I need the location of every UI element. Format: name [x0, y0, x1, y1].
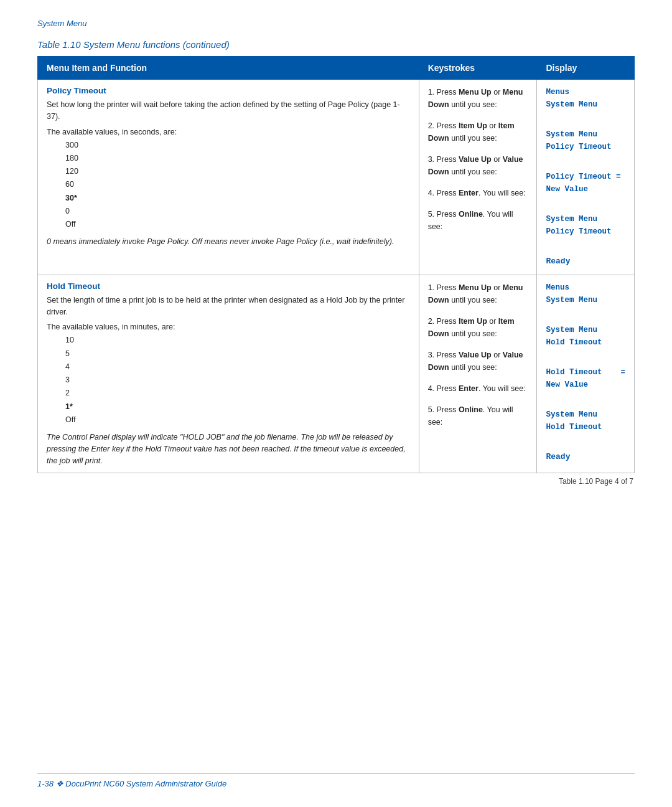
display-block-0-0: Menus System Menu — [546, 86, 625, 111]
keystroke-step-0-2: 3. Press Value Up or Value Down until yo… — [428, 153, 528, 178]
menu-item-title-1: Hold Timeout — [47, 281, 410, 291]
keystroke-step-0-0: 1. Press Menu Up or Menu Down until you … — [428, 86, 528, 111]
values-label-0: The available values, in seconds, are: — [47, 128, 410, 136]
zero-note-1: The Control Panel display will indicate … — [47, 432, 410, 466]
zero-note-0: 0 means immediately invoke Page Policy. … — [47, 236, 410, 248]
breadcrumb: System Menu — [37, 19, 635, 28]
list-item: 2 — [65, 387, 410, 400]
col-header-display: Display — [537, 57, 635, 80]
menu-desc-0: Set how long the printer will wait befor… — [47, 99, 410, 123]
display-block-0-4: Ready — [546, 255, 625, 268]
col-header-keystrokes: Keystrokes — [419, 57, 537, 80]
list-item: 60 — [65, 178, 410, 191]
menu-item-cell-1: Hold TimeoutSet the length of time a pri… — [38, 275, 419, 473]
list-item: 10 — [65, 334, 410, 347]
menu-item-cell-0: Policy TimeoutSet how long the printer w… — [38, 80, 419, 275]
table-row: Policy TimeoutSet how long the printer w… — [38, 80, 635, 275]
keystroke-step-1-1: 2. Press Item Up or Item Down until you … — [428, 315, 528, 340]
list-item: 5 — [65, 347, 410, 361]
list-item: 180 — [65, 152, 410, 165]
list-item: 120 — [65, 165, 410, 178]
keystroke-step-1-2: 3. Press Value Up or Value Down until yo… — [428, 349, 528, 374]
display-block-1-4: Ready — [546, 451, 625, 464]
list-item: 0 — [65, 205, 410, 218]
display-cell-1: Menus System MenuSystem Menu Hold Timeou… — [537, 275, 635, 473]
keystroke-step-1-3: 4. Press Enter. You will see: — [428, 382, 528, 395]
bottom-footer: 1-38 ❖ DocuPrint NC60 System Administrat… — [37, 773, 635, 788]
table-title: Table 1.10 System Menu functions (contin… — [37, 39, 635, 50]
page: System Menu Table 1.10 System Menu funct… — [0, 0, 672, 807]
keystroke-step-1-4: 5. Press Online. You will see: — [428, 404, 528, 428]
keystroke-step-0-4: 5. Press Online. You will see: — [428, 208, 528, 233]
display-block-1-1: System Menu Hold Timeout — [546, 324, 625, 349]
list-item: 1* — [65, 400, 410, 413]
keystroke-cell-0: 1. Press Menu Up or Menu Down until you … — [419, 80, 537, 275]
table-header-row: Menu Item and Function Keystrokes Displa… — [38, 57, 635, 80]
keystroke-cell-1: 1. Press Menu Up or Menu Down until you … — [419, 275, 537, 473]
keystroke-step-0-1: 2. Press Item Up or Item Down until you … — [428, 120, 528, 144]
page-footer-note: Table 1.10 Page 4 of 7 — [37, 477, 635, 486]
list-item: Off — [65, 413, 410, 427]
display-cell-0: Menus System MenuSystem Menu Policy Time… — [537, 80, 635, 275]
col-header-menu: Menu Item and Function — [38, 57, 419, 80]
values-label-1: The available values, in minutes, are: — [47, 323, 410, 331]
values-list-0: 3001801206030*0Off — [47, 139, 410, 232]
keystroke-step-0-3: 4. Press Enter. You will see: — [428, 187, 528, 199]
list-item: 4 — [65, 361, 410, 374]
values-list-1: 1054321*Off — [47, 334, 410, 427]
menu-item-title-0: Policy Timeout — [47, 86, 410, 95]
display-block-1-0: Menus System Menu — [546, 281, 625, 306]
display-block-0-2: Policy Timeout = New Value — [546, 171, 625, 196]
menu-desc-1: Set the length of time a print job is to… — [47, 295, 410, 318]
display-block-1-2: Hold Timeout = New Value — [546, 366, 625, 391]
list-item: 30* — [65, 192, 410, 205]
list-item: 3 — [65, 374, 410, 387]
display-block-0-1: System Menu Policy Timeout — [546, 128, 625, 153]
table-row: Hold TimeoutSet the length of time a pri… — [38, 275, 635, 473]
list-item: Off — [65, 218, 410, 231]
keystroke-step-1-0: 1. Press Menu Up or Menu Down until you … — [428, 281, 528, 306]
list-item: 300 — [65, 139, 410, 152]
display-block-0-3: System Menu Policy Timeout — [546, 213, 625, 238]
display-block-1-3: System Menu Hold Timeout — [546, 408, 625, 433]
main-table: Menu Item and Function Keystrokes Displa… — [37, 56, 635, 473]
